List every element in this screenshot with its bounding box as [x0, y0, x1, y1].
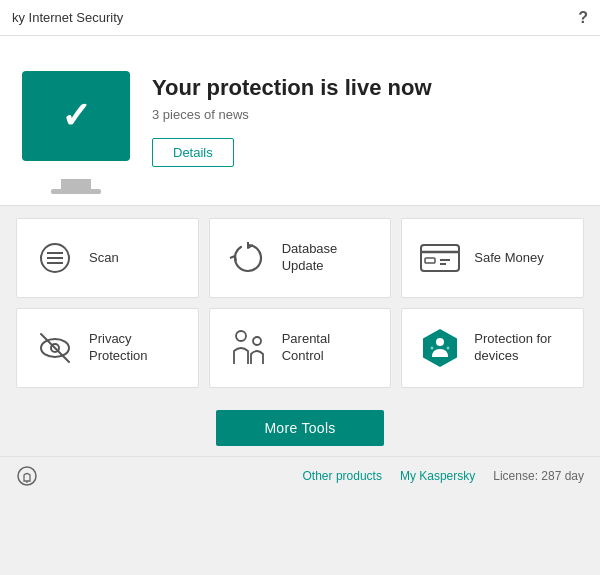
- svg-point-15: [447, 347, 450, 350]
- monitor-body: ✓: [22, 71, 130, 161]
- devices-icon: [418, 326, 462, 370]
- database-update-cell[interactable]: Database Update: [209, 218, 392, 298]
- details-button[interactable]: Details: [152, 138, 234, 167]
- footer: Other products My Kaspersky License: 287…: [0, 456, 600, 495]
- parental-control-label: Parental Control: [282, 331, 375, 365]
- footer-links: Other products My Kaspersky License: 287…: [303, 469, 584, 483]
- my-kaspersky-link[interactable]: My Kaspersky: [400, 469, 475, 483]
- checkmark-icon: ✓: [61, 95, 91, 137]
- parental-control-cell[interactable]: Parental Control: [209, 308, 392, 388]
- more-tools-row: More Tools: [16, 398, 584, 456]
- monitor-stand: [61, 179, 91, 189]
- hero-text: Your protection is live now 3 pieces of …: [152, 75, 432, 167]
- safe-money-icon: [418, 236, 462, 280]
- main-grid: Scan Database Update: [0, 206, 600, 456]
- scan-cell[interactable]: Scan: [16, 218, 199, 298]
- svg-point-14: [431, 347, 434, 350]
- title-bar: ky Internet Security ?: [0, 0, 600, 36]
- privacy-protection-label: Privacy Protection: [89, 331, 182, 365]
- monitor-base: [51, 189, 101, 194]
- hero-subtitle: 3 pieces of news: [152, 107, 432, 122]
- footer-left: [16, 465, 42, 487]
- hero-title: Your protection is live now: [152, 75, 432, 101]
- protection-devices-label: Protection for devices: [474, 331, 567, 365]
- safe-money-cell[interactable]: Safe Money: [401, 218, 584, 298]
- grid-row-2: Privacy Protection Parental Control: [16, 308, 584, 388]
- scan-icon: [33, 236, 77, 280]
- app-title: ky Internet Security: [12, 10, 123, 25]
- notification-icon: [16, 465, 38, 487]
- hero-section: ✓ Your protection is live now 3 pieces o…: [0, 36, 600, 206]
- other-products-link[interactable]: Other products: [303, 469, 382, 483]
- svg-point-11: [253, 337, 261, 345]
- svg-point-10: [236, 331, 246, 341]
- safe-money-label: Safe Money: [474, 250, 543, 267]
- scan-label: Scan: [89, 250, 119, 267]
- protection-devices-cell[interactable]: Protection for devices: [401, 308, 584, 388]
- parental-icon: [226, 326, 270, 370]
- more-tools-button[interactable]: More Tools: [216, 410, 383, 446]
- privacy-icon: [33, 326, 77, 370]
- database-update-icon: [226, 236, 270, 280]
- grid-row-1: Scan Database Update: [16, 218, 584, 298]
- license-text: License: 287 day: [493, 469, 584, 483]
- svg-point-13: [436, 338, 444, 346]
- database-update-label: Database Update: [282, 241, 375, 275]
- help-button[interactable]: ?: [578, 9, 588, 27]
- monitor-graphic: ✓: [16, 56, 136, 186]
- svg-rect-4: [425, 258, 435, 263]
- privacy-protection-cell[interactable]: Privacy Protection: [16, 308, 199, 388]
- svg-marker-12: [423, 329, 457, 367]
